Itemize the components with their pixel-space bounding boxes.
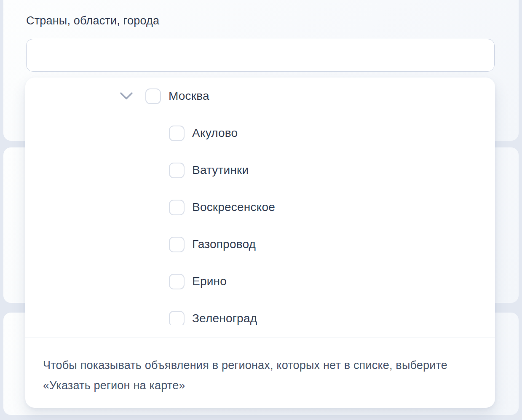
list-item-label: Ватутинки — [192, 163, 249, 177]
checkbox[interactable] — [169, 274, 185, 289]
checkbox[interactable] — [169, 163, 185, 178]
list-item-label: Газопровод — [192, 238, 256, 251]
chevron-down-icon[interactable] — [119, 91, 134, 101]
list-item-label: Акулово — [192, 126, 238, 140]
list-item[interactable]: Воскресенское — [25, 189, 495, 226]
list-item-parent-region[interactable]: Москва — [25, 78, 495, 115]
region-field-label: Страны, области, города — [26, 14, 159, 27]
checkbox[interactable] — [169, 237, 185, 252]
list-item-label: Ерино — [192, 275, 227, 288]
region-dropdown-panel: Москва Акулово Ватутинки Воскресенское Г… — [25, 78, 495, 408]
footer-hint-text: Чтобы показывать объявления в регионах, … — [43, 355, 468, 396]
list-item-label: Зеленоград — [192, 312, 257, 325]
checkbox[interactable] — [169, 200, 185, 215]
list-item[interactable]: Газопровод — [25, 226, 495, 263]
region-options-list[interactable]: Москва Акулово Ватутинки Воскресенское Г… — [25, 78, 495, 325]
child-region-rows: Акулово Ватутинки Воскресенское Газопров… — [25, 115, 495, 325]
panel-footer: Чтобы показывать объявления в регионах, … — [25, 337, 495, 408]
list-item[interactable]: Акулово — [25, 115, 495, 152]
list-item-label: Воскресенское — [192, 201, 275, 214]
list-item[interactable]: Ватутинки — [25, 152, 495, 189]
checkbox[interactable] — [169, 311, 185, 326]
checkbox[interactable] — [145, 88, 161, 104]
list-item[interactable]: Зеленоград — [25, 300, 495, 325]
region-picker-screen: Страны, области, города Москва Акулово В… — [0, 0, 522, 420]
list-item[interactable]: Ерино — [25, 263, 495, 300]
checkbox[interactable] — [169, 126, 185, 141]
region-search-input[interactable] — [26, 39, 495, 72]
list-item-label: Москва — [169, 89, 209, 103]
